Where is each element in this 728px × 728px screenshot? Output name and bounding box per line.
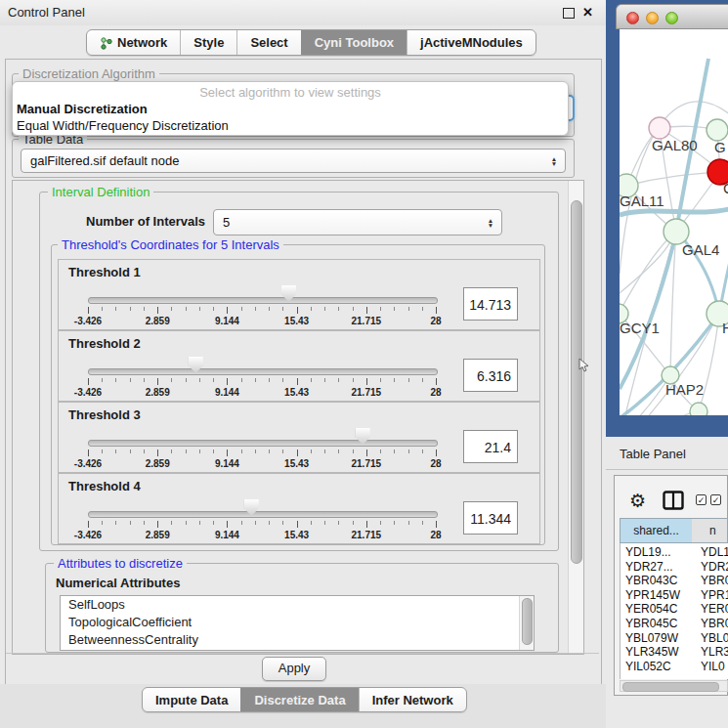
tab-network[interactable]: Network — [87, 30, 180, 55]
threshold-row-3: Threshold 3-3.4262.8599.14415.4321.71528… — [58, 402, 540, 473]
cell-name: YPR1 — [701, 588, 728, 602]
tick-label: 21.715 — [352, 458, 382, 469]
network-node-gal80[interactable] — [649, 117, 670, 139]
dropdown-prompt: Select algorithm to view settings — [13, 85, 568, 100]
divider — [6, 653, 599, 654]
checkbox-icon[interactable]: ✓ — [696, 494, 707, 505]
network-canvas[interactable]: GAL80GCGAL11GAL4GCY1HHAP2 — [620, 29, 728, 415]
cell-shared-name: YIL052C — [625, 660, 671, 673]
slider-ticks: -3.4262.8599.14415.4321.71528 — [88, 521, 436, 542]
cell-name: YDR2 — [701, 560, 728, 574]
checkbox-icon[interactable]: ✓ — [710, 494, 721, 505]
tab-label: Impute Data — [155, 693, 228, 707]
tab-label: Network — [117, 35, 167, 50]
tick-label: 21.715 — [352, 316, 382, 326]
window-minimize-light[interactable] — [646, 12, 659, 24]
threshold-value-field[interactable]: 6.316 — [463, 359, 518, 392]
attribute-list-item[interactable]: SelfLoops — [61, 596, 534, 614]
split-columns-icon[interactable] — [663, 491, 684, 510]
tab-label: jActiveMNodules — [420, 35, 523, 50]
horizontal-scrollbar-thumb[interactable] — [622, 682, 719, 692]
attributes-legend: Attributes to discretize — [54, 556, 187, 571]
threshold-value-field[interactable]: 21.4 — [463, 430, 518, 463]
threshold-row-4: Threshold 4-3.4262.8599.14415.4321.71528… — [58, 473, 540, 544]
thresholds-group: Threshold's Coordinates for 5 Intervals … — [51, 244, 545, 545]
close-icon[interactable]: ✕ — [582, 5, 593, 20]
attribute-list-item[interactable]: BetweennessCentrality — [61, 631, 534, 649]
horizontal-scrollbar[interactable] — [620, 680, 728, 692]
threshold-value-field[interactable]: 11.344 — [463, 501, 518, 535]
tab-label: Select — [250, 35, 287, 50]
threshold-value-field[interactable]: 14.713 — [463, 287, 518, 321]
table-data-combobox[interactable]: galFiltered.sif default node ▲▼ — [21, 149, 566, 173]
table-header-shared-name[interactable]: shared... — [620, 518, 693, 543]
tick-label: 28 — [430, 387, 441, 398]
threshold-slider-track[interactable] — [88, 297, 438, 304]
numerical-attributes-list[interactable]: SelfLoopsTopologicalCoefficientBetweenne… — [60, 595, 535, 651]
panel-title: Control Panel — [8, 0, 85, 25]
threshold-slider-track[interactable] — [88, 440, 438, 447]
number-of-intervals-combobox[interactable]: 5 ▲▼ — [213, 209, 502, 236]
tick-label: 21.715 — [352, 530, 382, 540]
thresholds-legend: Threshold's Coordinates for 5 Intervals — [58, 237, 283, 252]
tab-style[interactable]: Style — [180, 30, 236, 55]
table-header-name[interactable]: n — [692, 518, 728, 543]
tick-label: 9.144 — [215, 387, 239, 398]
vertical-scrollbar-thumb[interactable] — [571, 200, 582, 564]
divider — [606, 469, 728, 470]
window-zoom-light[interactable] — [665, 12, 678, 24]
threshold-label: Threshold 1 — [68, 265, 141, 279]
network-node-label: GAL80 — [652, 137, 698, 153]
tick-label: 9.144 — [215, 458, 239, 469]
tick-label: 2.859 — [146, 458, 170, 469]
network-node-label: HAP2 — [665, 381, 704, 398]
tick-label: 2.859 — [146, 387, 170, 398]
window-close-light[interactable] — [626, 12, 639, 24]
dropdown-option-equal-width[interactable]: Equal Width/Frequency Discretization — [17, 118, 229, 133]
threshold-slider-track[interactable] — [88, 511, 438, 518]
tick-label: 15.43 — [284, 387, 309, 398]
tab-impute-data[interactable]: Impute Data — [143, 688, 240, 711]
table-data-group: Table Data galFiltered.sif default node … — [12, 139, 575, 178]
cell-name: YIL0 — [701, 660, 725, 673]
interval-definition-legend: Interval Definition — [48, 185, 153, 199]
threshold-row-1: Threshold 1-3.4262.8599.14415.4321.71528… — [58, 259, 540, 330]
number-of-intervals-value: 5 — [214, 215, 484, 230]
tick-label: -3.426 — [74, 387, 102, 398]
tick-label: 2.859 — [146, 530, 170, 540]
tab-infer-network[interactable]: Infer Network — [359, 688, 466, 711]
slider-ticks: -3.4262.8599.14415.4321.71528 — [88, 307, 436, 328]
gear-icon[interactable]: ⚙ — [629, 490, 646, 512]
dropdown-option-manual[interactable]: Manual Discretization — [17, 102, 148, 116]
table-rows: YDL19...YDL1YDR27...YDR2YBR043CYBR0YPR14… — [620, 543, 728, 679]
list-scrollbar-thumb[interactable] — [522, 598, 533, 645]
table-panel-title: Table Panel — [620, 440, 686, 469]
tick-label: 9.144 — [215, 530, 239, 540]
tab-select[interactable]: Select — [236, 30, 300, 55]
tab-cyni-toolbox[interactable]: Cyni Toolbox — [301, 30, 407, 55]
tick-label: 2.859 — [146, 316, 170, 326]
discretization-algorithm-legend: Discretization Algorithm — [19, 66, 159, 81]
table-data-combobox-value: galFiltered.sif default node — [21, 153, 547, 168]
network-node-g[interactable] — [707, 119, 728, 141]
numerical-attributes-label: Numerical Attributes — [56, 576, 180, 590]
network-node[interactable] — [690, 403, 707, 415]
stepper-arrows-icon: ▲▼ — [547, 156, 565, 166]
tick-label: 28 — [430, 458, 441, 469]
algorithm-dropdown-popup: Select algorithm to view settings Manual… — [12, 81, 569, 136]
attribute-list-item[interactable]: TopologicalCoefficient — [61, 614, 534, 631]
list-scrollbar[interactable] — [519, 596, 534, 650]
apply-button[interactable]: Apply — [262, 657, 326, 681]
slider-ticks: -3.4262.8599.14415.4321.71528 — [88, 378, 436, 400]
network-node-label: C — [723, 180, 728, 196]
threshold-slider-track[interactable] — [88, 368, 438, 375]
vertical-scrollbar[interactable] — [568, 181, 583, 654]
network-window-titlebar — [616, 4, 728, 29]
cell-shared-name: YBL079W — [625, 631, 678, 645]
float-window-icon[interactable] — [563, 8, 575, 19]
tab-jactivemnodules[interactable]: jActiveMNodules — [407, 30, 535, 55]
tab-label: Infer Network — [372, 693, 453, 707]
cell-name: YER0 — [701, 602, 728, 616]
tab-discretize-data[interactable]: Discretize Data — [240, 688, 358, 711]
control-panel-titlebar: Control Panel ✕ — [0, 0, 606, 25]
